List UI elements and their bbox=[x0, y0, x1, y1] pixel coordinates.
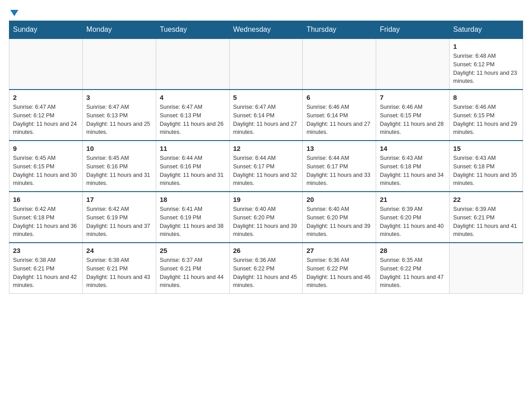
day-info: Sunrise: 6:35 AMSunset: 6:22 PMDaylight:… bbox=[380, 256, 446, 290]
day-number: 9 bbox=[13, 145, 79, 152]
calendar-cell bbox=[156, 39, 229, 90]
calendar-cell: 19Sunrise: 6:40 AMSunset: 6:20 PMDayligh… bbox=[229, 192, 303, 243]
day-info: Sunrise: 6:46 AMSunset: 6:15 PMDaylight:… bbox=[380, 103, 446, 137]
calendar-cell bbox=[9, 39, 83, 90]
day-number: 3 bbox=[86, 94, 152, 101]
calendar-cell: 28Sunrise: 6:35 AMSunset: 6:22 PMDayligh… bbox=[376, 243, 450, 294]
week-row-4: 16Sunrise: 6:42 AMSunset: 6:18 PMDayligh… bbox=[9, 192, 523, 243]
day-number: 8 bbox=[453, 94, 519, 101]
weekday-header-monday: Monday bbox=[82, 21, 156, 39]
week-row-2: 2Sunrise: 6:47 AMSunset: 6:12 PMDaylight… bbox=[9, 90, 523, 141]
day-number: 17 bbox=[86, 196, 152, 203]
calendar-cell: 23Sunrise: 6:38 AMSunset: 6:21 PMDayligh… bbox=[9, 243, 83, 294]
page-header bbox=[9, 9, 523, 16]
day-info: Sunrise: 6:36 AMSunset: 6:22 PMDaylight:… bbox=[233, 256, 299, 290]
day-info: Sunrise: 6:44 AMSunset: 6:17 PMDaylight:… bbox=[306, 154, 372, 188]
day-info: Sunrise: 6:47 AMSunset: 6:12 PMDaylight:… bbox=[13, 103, 79, 137]
day-number: 5 bbox=[233, 94, 299, 101]
day-number: 1 bbox=[453, 43, 519, 50]
day-number: 24 bbox=[86, 247, 152, 254]
calendar-cell: 2Sunrise: 6:47 AMSunset: 6:12 PMDaylight… bbox=[9, 90, 83, 141]
day-info: Sunrise: 6:41 AMSunset: 6:19 PMDaylight:… bbox=[160, 205, 226, 239]
calendar-cell: 15Sunrise: 6:43 AMSunset: 6:18 PMDayligh… bbox=[450, 141, 523, 192]
day-info: Sunrise: 6:44 AMSunset: 6:17 PMDaylight:… bbox=[233, 154, 299, 188]
day-number: 13 bbox=[306, 145, 372, 152]
calendar-cell: 24Sunrise: 6:38 AMSunset: 6:21 PMDayligh… bbox=[82, 243, 156, 294]
calendar-cell: 11Sunrise: 6:44 AMSunset: 6:16 PMDayligh… bbox=[156, 141, 229, 192]
day-number: 10 bbox=[86, 145, 152, 152]
weekday-header-wednesday: Wednesday bbox=[229, 21, 303, 39]
weekday-header-sunday: Sunday bbox=[9, 21, 83, 39]
day-number: 26 bbox=[233, 247, 299, 254]
day-info: Sunrise: 6:38 AMSunset: 6:21 PMDaylight:… bbox=[13, 256, 79, 290]
week-row-3: 9Sunrise: 6:45 AMSunset: 6:15 PMDaylight… bbox=[9, 141, 523, 192]
calendar-cell: 17Sunrise: 6:42 AMSunset: 6:19 PMDayligh… bbox=[82, 192, 156, 243]
day-number: 15 bbox=[453, 145, 519, 152]
calendar-cell bbox=[229, 39, 303, 90]
day-info: Sunrise: 6:36 AMSunset: 6:22 PMDaylight:… bbox=[306, 256, 372, 290]
day-info: Sunrise: 6:47 AMSunset: 6:14 PMDaylight:… bbox=[233, 103, 299, 137]
day-number: 18 bbox=[160, 196, 226, 203]
calendar-cell bbox=[450, 243, 523, 294]
calendar-cell: 14Sunrise: 6:43 AMSunset: 6:18 PMDayligh… bbox=[376, 141, 450, 192]
day-info: Sunrise: 6:42 AMSunset: 6:18 PMDaylight:… bbox=[13, 205, 79, 239]
calendar-cell: 3Sunrise: 6:47 AMSunset: 6:13 PMDaylight… bbox=[82, 90, 156, 141]
calendar-cell: 16Sunrise: 6:42 AMSunset: 6:18 PMDayligh… bbox=[9, 192, 83, 243]
week-row-5: 23Sunrise: 6:38 AMSunset: 6:21 PMDayligh… bbox=[9, 243, 523, 294]
calendar-cell: 9Sunrise: 6:45 AMSunset: 6:15 PMDaylight… bbox=[9, 141, 83, 192]
day-info: Sunrise: 6:43 AMSunset: 6:18 PMDaylight:… bbox=[453, 154, 519, 188]
day-info: Sunrise: 6:46 AMSunset: 6:14 PMDaylight:… bbox=[306, 103, 372, 137]
calendar-cell bbox=[82, 39, 156, 90]
day-number: 27 bbox=[306, 247, 372, 254]
day-number: 25 bbox=[160, 247, 226, 254]
calendar-cell: 21Sunrise: 6:39 AMSunset: 6:20 PMDayligh… bbox=[376, 192, 450, 243]
calendar-cell bbox=[376, 39, 450, 90]
day-number: 23 bbox=[13, 247, 79, 254]
weekday-header-saturday: Saturday bbox=[450, 21, 523, 39]
calendar-cell: 25Sunrise: 6:37 AMSunset: 6:21 PMDayligh… bbox=[156, 243, 229, 294]
day-number: 21 bbox=[380, 196, 446, 203]
day-info: Sunrise: 6:43 AMSunset: 6:18 PMDaylight:… bbox=[380, 154, 446, 188]
day-number: 12 bbox=[233, 145, 299, 152]
calendar-cell bbox=[303, 39, 376, 90]
calendar-cell: 8Sunrise: 6:46 AMSunset: 6:15 PMDaylight… bbox=[450, 90, 523, 141]
day-info: Sunrise: 6:45 AMSunset: 6:15 PMDaylight:… bbox=[13, 154, 79, 188]
day-info: Sunrise: 6:47 AMSunset: 6:13 PMDaylight:… bbox=[160, 103, 226, 137]
logo bbox=[9, 9, 18, 16]
weekday-header-friday: Friday bbox=[376, 21, 450, 39]
week-row-1: 1Sunrise: 6:48 AMSunset: 6:12 PMDaylight… bbox=[9, 39, 523, 90]
calendar-cell: 6Sunrise: 6:46 AMSunset: 6:14 PMDaylight… bbox=[303, 90, 376, 141]
calendar-table: SundayMondayTuesdayWednesdayThursdayFrid… bbox=[9, 21, 523, 294]
calendar-cell: 5Sunrise: 6:47 AMSunset: 6:14 PMDaylight… bbox=[229, 90, 303, 141]
day-info: Sunrise: 6:47 AMSunset: 6:13 PMDaylight:… bbox=[86, 103, 152, 137]
day-info: Sunrise: 6:40 AMSunset: 6:20 PMDaylight:… bbox=[306, 205, 372, 239]
calendar-cell: 4Sunrise: 6:47 AMSunset: 6:13 PMDaylight… bbox=[156, 90, 229, 141]
day-info: Sunrise: 6:46 AMSunset: 6:15 PMDaylight:… bbox=[453, 103, 519, 137]
day-number: 28 bbox=[380, 247, 446, 254]
calendar-cell: 10Sunrise: 6:45 AMSunset: 6:16 PMDayligh… bbox=[82, 141, 156, 192]
calendar-cell: 22Sunrise: 6:39 AMSunset: 6:21 PMDayligh… bbox=[450, 192, 523, 243]
day-number: 14 bbox=[380, 145, 446, 152]
calendar-cell: 20Sunrise: 6:40 AMSunset: 6:20 PMDayligh… bbox=[303, 192, 376, 243]
day-info: Sunrise: 6:44 AMSunset: 6:16 PMDaylight:… bbox=[160, 154, 226, 188]
calendar-cell: 1Sunrise: 6:48 AMSunset: 6:12 PMDaylight… bbox=[450, 39, 523, 90]
day-info: Sunrise: 6:42 AMSunset: 6:19 PMDaylight:… bbox=[86, 205, 152, 239]
day-info: Sunrise: 6:39 AMSunset: 6:20 PMDaylight:… bbox=[380, 205, 446, 239]
day-info: Sunrise: 6:48 AMSunset: 6:12 PMDaylight:… bbox=[453, 52, 519, 86]
day-info: Sunrise: 6:40 AMSunset: 6:20 PMDaylight:… bbox=[233, 205, 299, 239]
calendar-cell: 12Sunrise: 6:44 AMSunset: 6:17 PMDayligh… bbox=[229, 141, 303, 192]
day-number: 16 bbox=[13, 196, 79, 203]
weekday-header-row: SundayMondayTuesdayWednesdayThursdayFrid… bbox=[9, 21, 523, 39]
day-info: Sunrise: 6:45 AMSunset: 6:16 PMDaylight:… bbox=[86, 154, 152, 188]
day-number: 22 bbox=[453, 196, 519, 203]
day-info: Sunrise: 6:39 AMSunset: 6:21 PMDaylight:… bbox=[453, 205, 519, 239]
day-info: Sunrise: 6:37 AMSunset: 6:21 PMDaylight:… bbox=[160, 256, 226, 290]
weekday-header-tuesday: Tuesday bbox=[156, 21, 229, 39]
day-number: 4 bbox=[160, 94, 226, 101]
calendar-cell: 7Sunrise: 6:46 AMSunset: 6:15 PMDaylight… bbox=[376, 90, 450, 141]
day-number: 2 bbox=[13, 94, 79, 101]
day-number: 19 bbox=[233, 196, 299, 203]
day-number: 7 bbox=[380, 94, 446, 101]
calendar-cell: 18Sunrise: 6:41 AMSunset: 6:19 PMDayligh… bbox=[156, 192, 229, 243]
logo-arrow-icon bbox=[10, 10, 18, 16]
